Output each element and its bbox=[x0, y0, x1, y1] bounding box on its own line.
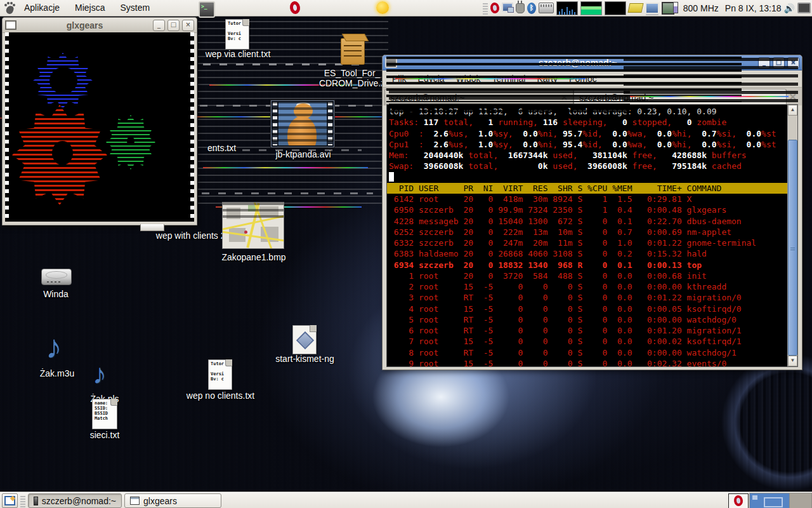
video-thumbnail-jb-ktpanda[interactable] bbox=[271, 100, 334, 147]
tasklist-drag-handle[interactable] bbox=[20, 495, 25, 507]
tab-close-icon[interactable]: ✕ bbox=[561, 93, 568, 102]
archive-icon-es-tool[interactable] bbox=[341, 38, 365, 65]
terminal-window-icon[interactable] bbox=[385, 58, 397, 68]
process-row: 6950 szczerb 20 0 99.9m 7324 2350 S 1 0.… bbox=[389, 204, 787, 215]
taskbar-button-label: szczerb@nomad:~ bbox=[42, 496, 116, 506]
network-computers-icon[interactable] bbox=[502, 3, 513, 12]
video-frame bbox=[278, 102, 327, 145]
menu-file[interactable]: Plik bbox=[386, 72, 412, 86]
taskbar-button-glxgears[interactable]: glxgears bbox=[124, 493, 221, 508]
process-row: 2 root 15 -5 0 0 0 S 0 0.0 0:00.00 kthre… bbox=[389, 281, 787, 292]
scrollbar-track[interactable] bbox=[788, 116, 797, 140]
weather-sun-icon[interactable] bbox=[376, 1, 390, 15]
process-row: 6252 szczerb 20 0 222m 13m 10m S 0 0.7 0… bbox=[389, 227, 787, 237]
taskbar-button-terminal[interactable]: szczerb@nomad:~ bbox=[28, 493, 122, 508]
network-monitor-applet[interactable] bbox=[556, 1, 578, 15]
glxgears-viewport bbox=[5, 32, 194, 222]
drive-icon-winda[interactable] bbox=[41, 269, 72, 285]
music-note-icon-zak-pls[interactable]: ♪ bbox=[93, 358, 107, 391]
tab-close-icon[interactable]: ✕ bbox=[789, 91, 797, 103]
system-tray: ᛒ 800 MHz Pn 8 IX, 13:18 🔊 bbox=[483, 0, 811, 16]
terminal-content: top - 13:18:27 up 11:32, 6 users, load a… bbox=[386, 104, 798, 367]
menu-help[interactable]: Pomoc bbox=[563, 72, 603, 86]
terminal-tab-2-active[interactable]: szczerb@nomad:~ bbox=[573, 89, 787, 105]
scroll-up-icon[interactable]: ▲ bbox=[788, 105, 797, 116]
workspace-2[interactable] bbox=[789, 493, 811, 508]
process-row: 6383 haldaemo 20 0 26868 4060 3108 S 0 0… bbox=[389, 248, 787, 259]
menu-view[interactable]: Widok bbox=[450, 72, 487, 86]
terminal-window-title: szczerb@nomad:~ bbox=[400, 58, 756, 68]
terminal-scrollbar[interactable]: ▲ ▼ bbox=[787, 105, 797, 366]
process-row: 6332 szczerb 20 0 247m 20m 11m S 0 1.0 0… bbox=[389, 237, 787, 248]
window-resize-nub[interactable] bbox=[140, 224, 164, 231]
menu-terminal[interactable]: Terminal bbox=[487, 72, 532, 86]
maximize-button[interactable]: □ bbox=[773, 57, 785, 69]
display-applet-icon[interactable] bbox=[797, 3, 811, 13]
cpu-monitor-applet[interactable] bbox=[580, 1, 602, 15]
opera-tray-icon[interactable] bbox=[490, 2, 500, 14]
menu-edit[interactable]: Edycja bbox=[412, 72, 450, 86]
process-row: 4 root 15 -5 0 0 0 S 0 0.0 0:00.05 ksoft… bbox=[389, 304, 787, 314]
menu-system[interactable]: System bbox=[113, 0, 158, 16]
file-icon-wep-via-client[interactable]: Tutor Versi Bv: c bbox=[225, 19, 249, 50]
close-button[interactable]: × bbox=[787, 57, 799, 69]
minimize-button[interactable]: _ bbox=[758, 57, 770, 69]
gnome-logo-icon[interactable] bbox=[4, 2, 16, 15]
menu-applications[interactable]: Aplikacje bbox=[16, 0, 67, 16]
icon-label-wep-via-client[interactable]: wep via client.txt bbox=[187, 49, 289, 59]
close-button[interactable]: × bbox=[182, 20, 194, 31]
minimize-button[interactable]: _ bbox=[153, 20, 165, 31]
process-row: 1 root 20 0 3720 584 488 S 0 0.0 0:00.68… bbox=[389, 271, 787, 281]
scroll-down-icon[interactable]: ▼ bbox=[788, 356, 797, 366]
mail-envelope-icon[interactable] bbox=[627, 3, 643, 13]
icon-label-fragment-ents-txt[interactable]: ents.txt bbox=[207, 143, 236, 153]
taskbar-button-label: glxgears bbox=[143, 496, 177, 506]
process-row: 6 root RT -5 0 0 0 S 0 0.0 0:01.20 migra… bbox=[389, 325, 787, 336]
workspace-1-active[interactable] bbox=[750, 493, 789, 508]
window-menu-icon[interactable] bbox=[5, 20, 16, 30]
gear-red bbox=[12, 105, 107, 205]
icon-label-zakopane[interactable]: Zakopane1.bmp bbox=[219, 252, 289, 262]
file-preview-text: name: SSID: BSSID Match bbox=[95, 401, 108, 421]
script-icon-start-kismet[interactable] bbox=[292, 325, 317, 354]
cpu-frequency-icon[interactable] bbox=[662, 2, 674, 15]
icon-label-zak-m3u[interactable]: Żak.m3u bbox=[25, 368, 89, 378]
cpu-frequency-label[interactable]: 800 MHz bbox=[683, 3, 719, 13]
glxgears-titlebar[interactable]: glxgears _ □ × bbox=[3, 18, 197, 33]
diamond-emblem-icon bbox=[296, 331, 314, 349]
icon-label-es-tool-line2[interactable]: CDROM_Drive.z bbox=[314, 78, 390, 88]
icon-label-wep-no-clients[interactable]: wep no clients.txt bbox=[174, 391, 266, 401]
file-icon-sieci[interactable]: name: SSID: BSSID Match bbox=[92, 399, 117, 429]
image-thumbnail-zakopane[interactable] bbox=[222, 202, 284, 249]
icon-label-es-tool-line1[interactable]: ES_Tool_For_ bbox=[314, 68, 390, 78]
menu-places[interactable]: Miejsca bbox=[67, 0, 112, 16]
card-reader-icon[interactable] bbox=[539, 3, 554, 13]
volume-icon[interactable]: 🔊 bbox=[784, 3, 795, 13]
opera-launcher-icon[interactable] bbox=[290, 1, 304, 15]
glxgears-window-title: glxgears bbox=[19, 20, 150, 30]
terminal-menubar: Plik Edycja Widok Terminal Karty Pomoc bbox=[383, 70, 802, 87]
file-icon-wep-no-clients[interactable]: Tutor Versi Bv: c bbox=[208, 359, 232, 390]
power-plug-icon[interactable] bbox=[516, 3, 525, 13]
clock-applet[interactable]: Pn 8 IX, 13:18 bbox=[725, 3, 782, 13]
icon-label-start-kismet[interactable]: start-kismet-ng bbox=[259, 354, 351, 364]
menu-tabs[interactable]: Karty bbox=[531, 72, 563, 86]
music-note-icon-zak-m3u[interactable]: ♪ bbox=[46, 330, 62, 363]
workspace-switcher bbox=[749, 493, 812, 508]
show-desktop-button[interactable] bbox=[2, 493, 18, 508]
scrollbar-thumb[interactable] bbox=[788, 140, 797, 356]
memory-monitor-applet[interactable] bbox=[605, 1, 626, 15]
icon-label-winda[interactable]: Winda bbox=[24, 289, 88, 299]
terminal-screen[interactable]: top - 13:18:27 up 11:32, 6 users, load a… bbox=[387, 105, 787, 366]
terminal-launcher-icon[interactable] bbox=[199, 1, 215, 18]
computer-icon[interactable] bbox=[645, 3, 659, 14]
icon-label-sieci[interactable]: sieci.txt bbox=[73, 430, 136, 440]
bluetooth-icon[interactable]: ᛒ bbox=[527, 3, 536, 14]
maximize-button[interactable]: □ bbox=[167, 20, 180, 31]
opera-notification-icon[interactable] bbox=[728, 493, 749, 508]
applet-drag-handle[interactable] bbox=[483, 2, 488, 15]
terminal-window: szczerb@nomad:~ _ □ × Plik Edycja Widok … bbox=[382, 55, 802, 370]
terminal-titlebar[interactable]: szczerb@nomad:~ _ □ × bbox=[383, 55, 802, 70]
icon-label-jb-ktpanda[interactable]: jb-ktpanda.avi bbox=[265, 149, 341, 159]
terminal-tab-1[interactable]: szczerb@nomad:~ ✕ bbox=[384, 89, 573, 105]
